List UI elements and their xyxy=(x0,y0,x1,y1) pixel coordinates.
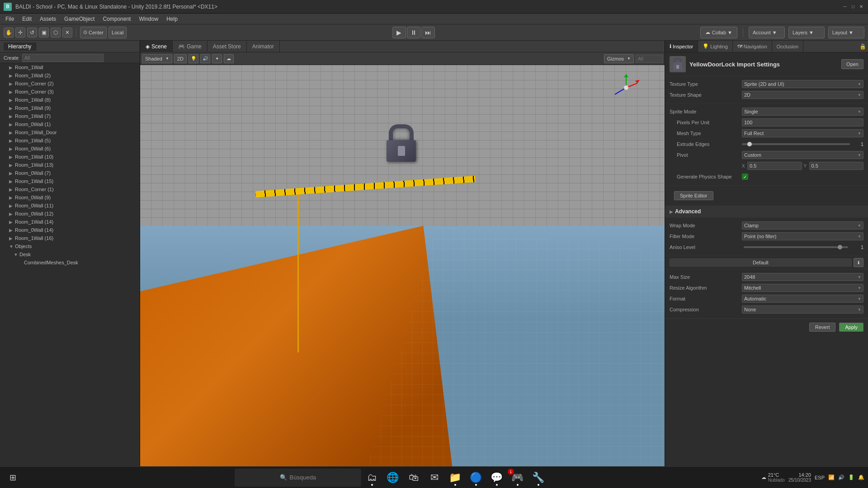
list-item[interactable]: ▶Room_1Wall (16) xyxy=(0,234,140,242)
maximize-button[interactable]: □ xyxy=(850,4,856,10)
tool-scale[interactable]: ▣ xyxy=(39,28,49,38)
list-item[interactable]: ▶Room_0Wall (11) xyxy=(0,202,140,210)
pivot-dropdown[interactable]: Custom xyxy=(742,151,863,159)
start-button[interactable]: ⊞ xyxy=(4,469,22,487)
inspector-lock-icon[interactable]: 🔒 xyxy=(859,43,866,50)
list-item[interactable]: ▶Room_1Wall (13) xyxy=(0,161,140,169)
tool-hand[interactable]: ✋ xyxy=(4,28,14,38)
collab-button[interactable]: ☁ Collab ▼ xyxy=(700,27,737,38)
hierarchy-create[interactable]: Create xyxy=(2,52,20,63)
list-item[interactable]: CombinedMeshes_Desk xyxy=(0,258,140,267)
pixels-per-unit-input[interactable]: 100 xyxy=(742,118,863,127)
list-item[interactable]: ▶Room_1Wall_Door xyxy=(0,128,140,136)
texture-shape-dropdown[interactable]: 2D xyxy=(742,91,863,99)
taskbar-app-chrome[interactable]: 🔵 xyxy=(466,469,486,487)
gen-physics-checkbox[interactable]: ✓ xyxy=(742,174,748,180)
sprite-mode-dropdown[interactable]: Single xyxy=(742,108,863,116)
layers-dropdown[interactable]: Layers ▼ xyxy=(788,27,825,38)
step-button[interactable]: ⏭ xyxy=(421,27,435,38)
sprite-editor-button[interactable]: Sprite Editor xyxy=(674,191,713,200)
tab-hierarchy[interactable]: Hierarchy xyxy=(4,42,36,51)
shaded-dropdown[interactable]: Shaded ▼ xyxy=(142,54,172,63)
download-icon[interactable]: ⬇ xyxy=(854,258,863,267)
list-item[interactable]: ▶Room_1Wall (14) xyxy=(0,218,140,226)
mesh-type-dropdown[interactable]: Full Rect xyxy=(742,129,863,137)
format-dropdown[interactable]: Automatic xyxy=(742,295,863,303)
compression-dropdown[interactable]: None xyxy=(742,305,863,314)
close-button[interactable]: ✕ xyxy=(858,4,864,10)
list-item[interactable]: ▼Objects xyxy=(0,242,140,250)
taskbar-app-edge[interactable]: 🌐 xyxy=(383,469,403,487)
scene-view[interactable] xyxy=(140,65,665,488)
menu-file[interactable]: File xyxy=(2,14,18,24)
layout-dropdown[interactable]: Layout ▼ xyxy=(828,27,864,38)
taskbar-app-teams[interactable]: 💬 xyxy=(487,469,507,487)
tab-animator[interactable]: Animator xyxy=(247,41,280,52)
max-size-dropdown[interactable]: 2048 xyxy=(742,273,863,281)
window-controls[interactable]: ─ □ ✕ xyxy=(842,4,864,10)
2d-toggle[interactable]: 2D xyxy=(174,54,187,63)
taskbar-app-store[interactable]: 🛍 xyxy=(404,469,424,487)
skybox-btn[interactable]: ☁ xyxy=(224,54,234,63)
list-item[interactable]: ▶Room_1Wall (5) xyxy=(0,136,140,145)
list-item[interactable]: ▶Room_1Wall (7) xyxy=(0,112,140,120)
notifications-icon[interactable]: 🔔 xyxy=(858,474,864,480)
menu-assets[interactable]: Assets xyxy=(36,14,60,24)
list-item[interactable]: ▶Room_1Wall (10) xyxy=(0,153,140,161)
tool-move[interactable]: ✛ xyxy=(15,28,25,38)
menu-help[interactable]: Help xyxy=(163,14,181,24)
list-item[interactable]: ▶Room_Corner (2) xyxy=(0,80,140,88)
tab-inspector[interactable]: ℹ Inspector xyxy=(665,41,698,52)
open-button[interactable]: Open xyxy=(841,59,863,69)
local-button[interactable]: Local xyxy=(108,27,127,38)
list-item[interactable]: ▶Room_1Wall (9) xyxy=(0,104,140,112)
hierarchy-search-input[interactable] xyxy=(22,54,104,62)
list-item[interactable]: ▶Room_0Wall (6) xyxy=(0,145,140,153)
tab-game[interactable]: 🎮 Game xyxy=(173,41,208,52)
center-button[interactable]: ⊙ Center xyxy=(80,27,107,38)
audio-btn[interactable]: 🔊 xyxy=(200,54,210,63)
resize-algo-dropdown[interactable]: Mitchell xyxy=(742,284,863,292)
taskbar-app-unity[interactable]: 🎮 1 xyxy=(508,469,528,487)
list-item[interactable]: ▶Room_0Wall (9) xyxy=(0,193,140,202)
pivot-x-input[interactable]: 0.5 xyxy=(747,162,802,170)
scene-search-input[interactable] xyxy=(636,55,663,63)
texture-type-dropdown[interactable]: Sprite (2D and UI) xyxy=(742,80,863,88)
menu-window[interactable]: Window xyxy=(135,14,162,24)
menu-edit[interactable]: Edit xyxy=(19,14,35,24)
revert-button[interactable]: Revert xyxy=(809,323,835,332)
list-item[interactable]: ▶Room_1Wall (8) xyxy=(0,96,140,104)
list-item[interactable]: ▶Room_Corner (3) xyxy=(0,88,140,96)
pivot-y-input[interactable]: 0.5 xyxy=(809,162,864,170)
filter-mode-dropdown[interactable]: Point (no filter) xyxy=(742,232,863,240)
tab-scene[interactable]: ◈ Scene xyxy=(140,41,173,52)
list-item[interactable]: ▶Room_0Wall (14) xyxy=(0,226,140,234)
pause-button[interactable]: ⏸ xyxy=(407,27,420,38)
light-btn[interactable]: 💡 xyxy=(189,54,198,63)
account-dropdown[interactable]: Account ▼ xyxy=(749,27,785,38)
tool-rect[interactable]: ⬡ xyxy=(51,28,61,38)
list-item[interactable]: ▶Room_0Wall (7) xyxy=(0,169,140,177)
taskbar-app-explorer[interactable]: 📁 xyxy=(445,469,465,487)
wrap-mode-dropdown[interactable]: Clamp xyxy=(742,221,863,230)
tool-rotate[interactable]: ↺ xyxy=(27,28,37,38)
tab-navigation[interactable]: 🗺 Navigation xyxy=(733,41,772,52)
apply-button[interactable]: Apply xyxy=(839,323,863,332)
gizmos-dropdown[interactable]: Gizmos ▼ xyxy=(604,54,634,63)
tool-transform[interactable]: ✕ xyxy=(62,28,72,38)
list-item[interactable]: ▼Desk xyxy=(0,250,140,258)
tab-occlusion[interactable]: Occlusion xyxy=(772,41,803,52)
play-button[interactable]: ▶ xyxy=(392,27,406,38)
taskbar-app-unity2[interactable]: 🔧 xyxy=(528,469,548,487)
list-item[interactable]: ▶Room_1Wall xyxy=(0,63,140,71)
minimize-button[interactable]: ─ xyxy=(842,4,848,10)
menu-component[interactable]: Component xyxy=(99,14,134,24)
list-item[interactable]: ▶Room_0Wall (1) xyxy=(0,120,140,128)
advanced-section-header[interactable]: ▶ Advanced xyxy=(665,206,868,218)
list-item[interactable]: ▶Room_1Wall (15) xyxy=(0,177,140,185)
search-button[interactable]: 🔍 Búsqueda xyxy=(235,469,361,487)
tab-asset-store[interactable]: Asset Store xyxy=(208,41,247,52)
list-item[interactable]: ▶Room_0Wall (12) xyxy=(0,210,140,218)
taskbar-app-files[interactable]: 🗂 xyxy=(362,469,382,487)
fx-btn[interactable]: ✦ xyxy=(212,54,222,63)
